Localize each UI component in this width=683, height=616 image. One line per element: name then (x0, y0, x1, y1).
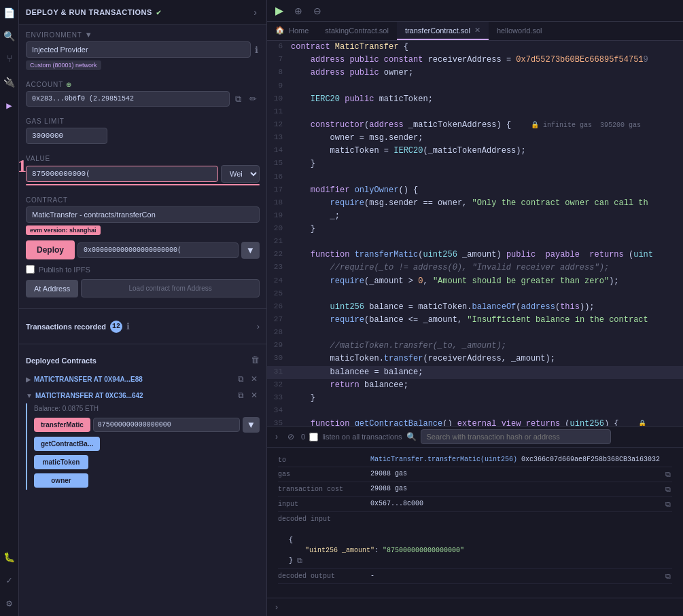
account-copy-btn[interactable]: ⧉ (232, 92, 244, 106)
code-line-10: 10 IERC20 public maticToken; (267, 93, 683, 106)
search-input[interactable] (421, 429, 611, 444)
contract2-copy-btn[interactable]: ⧉ (236, 390, 246, 401)
sidebar-icon-debug[interactable]: 🐛 (2, 549, 17, 564)
account-edit-btn[interactable]: ✏ (247, 92, 260, 105)
tx-row-decoded-input: decoded input { "uint256 _amount": "8750… (278, 512, 672, 569)
bottom-toolbar: › ⊘ 0 listen on all transactions 🔍 (267, 427, 683, 448)
bottom-expand-btn[interactable]: › (273, 601, 281, 613)
load-contract-button[interactable]: Load contract from Address (81, 279, 260, 297)
code-line-21: 21 (267, 236, 683, 249)
tab-helloworld[interactable]: helloworld.sol (489, 22, 550, 40)
balance-text: Balance: 0.0875 ETH (27, 403, 266, 415)
code-line-23: 23 //require(_to != address(0), "Invalid… (267, 261, 683, 274)
listen-label: listen on all transactions (322, 433, 402, 441)
environment-label: ENVIRONMENT ▼ (26, 31, 260, 39)
account-row: 0x283...0b6f0 (2.29851542 ⧉ ✏ (26, 91, 260, 107)
bottom-collapse-btn[interactable]: › (273, 431, 281, 443)
zoom-in-btn[interactable]: ⊕ (292, 4, 305, 18)
sidebar-icon-check[interactable]: ✓ (2, 573, 17, 587)
sidebar-icon-file[interactable]: 📄 (2, 5, 17, 20)
contract-section: CONTRACT MaticTransfer - contracts/trans… (19, 191, 266, 303)
code-line-14: 14 maticToken = IERC20(_maticTokenAddres… (267, 145, 683, 158)
code-line-30: 30 maticToken.transfer(receiverAddress, … (267, 352, 683, 365)
input-copy-btn[interactable]: ⧉ (664, 500, 672, 509)
code-line-32: 32 return balancee; (267, 379, 683, 392)
code-editor[interactable]: 6 contract MaticTransfer { 7 address pub… (267, 41, 683, 426)
panel-title-check: ✔ (156, 7, 161, 18)
cost-copy-btn[interactable]: ⧉ (664, 485, 672, 494)
code-line-27: 27 require(balance <= _amount, "Insuffic… (267, 314, 683, 327)
panel-collapse-btn[interactable]: › (251, 5, 260, 19)
tx-value-to: MaticTransfer.transferMatic(uint256) 0xc… (370, 456, 672, 463)
func2-button[interactable]: getContractBa... (34, 437, 100, 451)
sidebar-icon-git[interactable]: ⑂ (2, 52, 17, 67)
contract1-expand-btn[interactable]: ▶ (26, 376, 31, 383)
contract-label: CONTRACT (26, 196, 260, 204)
editor-tabs: 🏠 Home stakingContract.sol transferContr… (267, 22, 683, 41)
decoded-output-copy-btn[interactable]: ⧉ (664, 572, 672, 581)
code-line-9: 9 (267, 80, 683, 93)
panel-title: DEPLOY & RUN TRANSACTIONS (26, 8, 152, 16)
code-line-15: 15 } (267, 158, 683, 170)
bottom-stop-btn[interactable]: ⊘ (285, 431, 297, 443)
code-line-34: 34 (267, 405, 683, 418)
code-line-16: 16 (267, 171, 683, 184)
gas-limit-input[interactable] (26, 128, 107, 144)
transactions-header: Transactions recorded 12 ℹ › (19, 314, 266, 338)
code-line-33: 33 } (267, 392, 683, 405)
tx-info-btn[interactable]: ℹ (125, 320, 131, 333)
func3-button[interactable]: maticToken (34, 455, 88, 469)
func4-button[interactable]: owner (34, 473, 88, 488)
code-line-24: 24 require(_amount > 0, "Amount should b… (267, 275, 683, 288)
sidebar-icon-plugin[interactable]: 🔌 (2, 75, 17, 90)
tab-transfer-close[interactable]: ✕ (474, 26, 480, 35)
value-label: VALUE (26, 155, 260, 162)
deploy-dropdown-btn[interactable]: ▼ (241, 242, 260, 259)
bottom-arrow-row: › (267, 598, 683, 616)
editor-toolbar: ▶ ⊕ ⊖ (267, 0, 683, 22)
tx-row-decoded-output: decoded output - ⧉ (278, 569, 672, 584)
deploy-button[interactable]: Deploy (26, 240, 75, 259)
tab-staking[interactable]: stakingContract.sol (317, 22, 397, 40)
sidebar-icon-deploy[interactable]: ▶ (2, 98, 17, 113)
contract1-name: MATICTRANSFER AT 0X94A...E88 (34, 376, 233, 383)
tab-transfer[interactable]: transferContract.sol ✕ (397, 22, 489, 40)
zoom-out-btn[interactable]: ⊖ (311, 4, 324, 18)
account-add-icon[interactable]: ⊕ (66, 81, 72, 88)
gas-copy-btn[interactable]: ⧉ (664, 470, 672, 479)
func1-button[interactable]: transferMatic (34, 418, 90, 432)
code-line-8: 8 address public owner; (267, 67, 683, 79)
network-badge: Custom (80001) network (26, 60, 101, 70)
sidebar-icon-settings[interactable]: ⚙ (2, 596, 17, 611)
run-button[interactable]: ▶ (273, 3, 286, 18)
func4-row: owner (27, 471, 266, 490)
contract2-close-btn[interactable]: ✕ (249, 390, 260, 401)
code-line-35: 35 function getContractBalance() externa… (267, 418, 683, 426)
decoded-input-copy-btn[interactable]: ⧉ (296, 556, 304, 565)
func1-dropdown[interactable]: ▼ (243, 417, 260, 433)
sidebar-icon-search[interactable]: 🔍 (2, 29, 17, 43)
env-info-icon[interactable]: ▼ (85, 31, 93, 39)
tx-expand-btn[interactable]: › (257, 321, 260, 331)
account-select[interactable]: 0x283...0b6f0 (2.29851542 (26, 91, 230, 107)
value-input[interactable] (26, 166, 218, 182)
at-address-button[interactable]: At Address (26, 280, 78, 297)
divider-1 (19, 308, 266, 309)
contract1-close-btn[interactable]: ✕ (249, 374, 260, 384)
unit-select[interactable]: Wei (221, 165, 260, 183)
env-info-btn[interactable]: ℹ (253, 43, 260, 56)
deploy-address-input[interactable] (77, 242, 239, 258)
tab-home[interactable]: 🏠 Home (267, 22, 317, 40)
publish-row: Publish to IPFS (26, 265, 260, 274)
func1-input[interactable] (93, 418, 240, 432)
env-select-row: Injected Provider ℹ (26, 41, 260, 58)
search-icon: 🔍 (406, 432, 417, 442)
contract-select[interactable]: MaticTransfer - contracts/transferCon (26, 206, 260, 223)
publish-checkbox[interactable] (26, 265, 35, 274)
divider-2 (19, 344, 266, 344)
contract2-expand-btn[interactable]: ▼ (26, 392, 33, 399)
environment-select[interactable]: Injected Provider (26, 41, 251, 58)
contract1-copy-btn[interactable]: ⧉ (236, 374, 246, 384)
listen-checkbox[interactable] (309, 433, 318, 441)
trash-icon[interactable]: 🗑 (251, 355, 260, 365)
